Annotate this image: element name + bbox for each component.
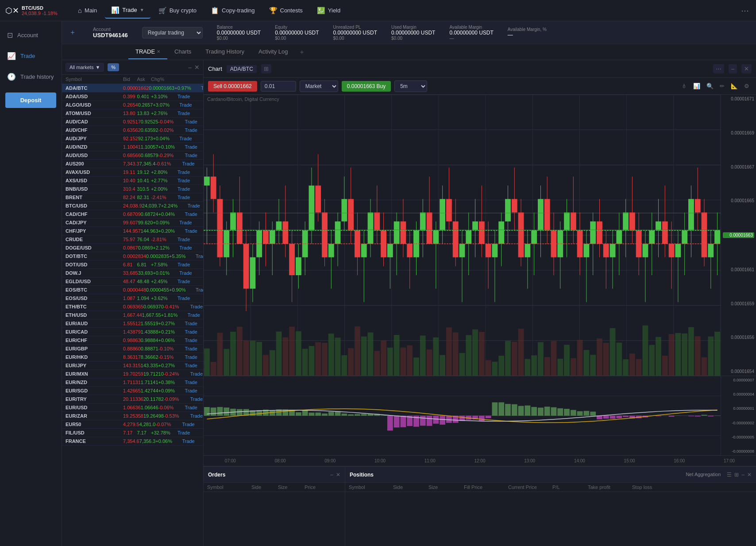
market-row[interactable]: ADA/BTC 0.00001662 0.00001663 +0.97% Tra… (62, 84, 203, 92)
trade-cell[interactable]: Trade (177, 169, 200, 175)
market-row[interactable]: FRANCE 7,354.6 7,356.3 +0.06% Trade (62, 437, 203, 446)
market-expand-button[interactable]: ✕ (194, 64, 200, 71)
trade-cell[interactable]: Trade (179, 220, 201, 225)
trade-cell[interactable]: Trade (185, 329, 203, 335)
market-row[interactable]: ATOM/USD 13.80 13.83 +2.76% Trade (62, 109, 203, 118)
market-row[interactable]: ADA/USD 0.399 0.401 +3.10% Trade (62, 92, 203, 101)
positions-grid-view[interactable]: ⊞ (734, 472, 739, 478)
market-row[interactable]: EUR/CHF 0.98863 0.98884 +0.06% Trade (62, 336, 203, 345)
positions-list-view[interactable]: ☰ (727, 472, 732, 478)
trade-cell[interactable]: Trade (185, 388, 203, 393)
trade-cell[interactable]: Trade (177, 186, 200, 192)
market-row[interactable]: AUS200 7,343.3 7,345.4 -0.61% Trade (62, 160, 203, 168)
ruler-button[interactable]: 📐 (729, 81, 740, 91)
tab-close-trade[interactable]: ✕ (157, 49, 160, 54)
tab-trade[interactable]: TRADE ✕ (128, 45, 167, 59)
indicator-button[interactable]: 📊 (691, 81, 702, 91)
market-minimize-button[interactable]: – (188, 64, 192, 71)
market-row[interactable]: EUR/MXN 19.70259 19.71210 -0.24% Trade (62, 370, 203, 378)
market-row[interactable]: DOT/USD 6.81 6.81 +7.58% Trade (62, 261, 203, 269)
market-row[interactable]: BTC/USD 24,038.9 24,039.7 +2.24% Trade (62, 202, 203, 210)
timeframe-dropdown[interactable]: 5m 1m 15m 1h (394, 81, 427, 92)
nav-main[interactable]: ⌂ Main (72, 3, 103, 19)
trade-cell[interactable]: Trade (185, 405, 203, 410)
orders-expand[interactable]: ✕ (336, 472, 340, 478)
trade-cell[interactable]: Trade (179, 136, 201, 141)
trade-cell[interactable]: Trade (177, 237, 200, 242)
market-row[interactable]: ALGO/USD 0.2654 0.2657 +3.07% Trade (62, 101, 203, 109)
trade-cell[interactable]: Trade (182, 161, 203, 166)
market-row[interactable]: AUD/USD 0.68566 0.68579 -0.29% Trade (62, 151, 203, 160)
trade-cell[interactable]: Trade (177, 279, 200, 284)
trade-cell[interactable]: Trade (185, 363, 203, 368)
market-row[interactable]: EUR/NZD 1.71131 1.71141 +0.38% Trade (62, 378, 203, 387)
trade-cell[interactable]: Trade (185, 321, 203, 326)
sidebar-item-history[interactable]: 🕐 Trade history (0, 66, 62, 87)
chart-minimize-button[interactable]: – (729, 64, 737, 73)
tab-charts[interactable]: Charts (167, 45, 198, 59)
trade-cell[interactable]: Trade (185, 380, 203, 385)
chart-icon-btn[interactable]: ⊞ (261, 64, 271, 73)
trade-cell[interactable]: Trade (177, 178, 200, 183)
trade-cell[interactable]: Trade (185, 127, 203, 133)
trade-cell[interactable]: Trade (190, 304, 203, 309)
nav-yield[interactable]: 💹 Yield (311, 3, 347, 19)
deposit-button[interactable]: Deposit (5, 92, 56, 108)
sidebar-item-account[interactable]: ⊡ Account (0, 25, 62, 46)
nav-buycrypto[interactable]: 🛒 Buy crypto (152, 3, 203, 19)
market-row[interactable]: AUD/JPY 92.152 92.173 +0.04% Trade (62, 135, 203, 143)
nav-copytrading[interactable]: 📋 Copy-trading (204, 3, 261, 19)
market-row[interactable]: EOS/USD 1.087 1.094 +3.62% Trade (62, 294, 203, 303)
trade-cell[interactable]: Trade (179, 102, 201, 108)
add-account-button[interactable]: ＋ (69, 28, 76, 37)
market-row[interactable]: EUR/GBP 0.88860 0.88871 -0.10% Trade (62, 345, 203, 353)
sidebar-item-trade[interactable]: 📈 Trade (0, 46, 62, 66)
trade-cell[interactable]: Trade (185, 346, 203, 351)
market-row[interactable]: DOGE/USD 0.0867 0.0869 +2.12% Trade (62, 244, 203, 252)
orders-minimize[interactable]: – (330, 472, 333, 478)
trade-cell[interactable]: Trade (190, 371, 203, 377)
trade-cell[interactable]: Trade (196, 254, 203, 259)
market-row[interactable]: BNB/USD 310.4 310.5 +2.00% Trade (62, 185, 203, 193)
market-row[interactable]: CAD/JPY 99.607 99.620 +0.09% Trade (62, 219, 203, 227)
market-row[interactable]: DOT/BTC 0.0002834 0.0002835 +5.35% Trade (62, 252, 203, 261)
sell-button[interactable]: Sell 0.00001662 (208, 81, 257, 92)
nav-contests[interactable]: 🏆 Contests (263, 3, 309, 19)
trade-cell[interactable]: Trade (188, 203, 203, 208)
market-row[interactable]: AUD/CHF 0.63562 0.63592 -0.02% Trade (62, 126, 203, 135)
market-row[interactable]: EUR/AUD 1.55512 1.55519 +0.27% Trade (62, 319, 203, 328)
trade-cell[interactable]: Trade (177, 262, 200, 267)
candle-type-button[interactable]: 🕯 (679, 81, 689, 91)
buy-button[interactable]: 0.00001663 Buy (342, 81, 391, 92)
positions-expand[interactable]: ✕ (747, 472, 752, 478)
tab-activity-log[interactable]: Activity Log (251, 45, 295, 59)
market-row[interactable]: EUR/HKD 8.36317 8.36662 -0.15% Trade (62, 353, 203, 361)
market-row[interactable]: EUR/JPY 143.315 143.335 +0.27% Trade (62, 361, 203, 370)
market-row[interactable]: AUD/NZD 1.10041 1.10057 +0.10% Trade (62, 143, 203, 151)
trade-cell[interactable]: Trade (182, 438, 203, 444)
market-row[interactable]: ETH/BTC 0.069365 0.069370 -0.41% Trade (62, 303, 203, 311)
market-row[interactable]: EGLD/USD 48.47 48.48 +2.45% Trade (62, 277, 203, 286)
trade-cell[interactable]: Trade (179, 270, 201, 276)
trade-cell[interactable]: Trade (188, 312, 203, 318)
market-row[interactable]: CRUDE 75.97 76.04 -2.81% Trade (62, 235, 203, 244)
order-type-dropdown[interactable]: Market Limit (300, 81, 338, 92)
trade-cell[interactable]: Trade (185, 211, 203, 217)
order-amount-input[interactable] (261, 81, 296, 92)
trade-cell[interactable]: Trade (182, 422, 203, 427)
chart-symbol-badge[interactable]: ADA/BTC (227, 65, 257, 73)
menu-dots-button[interactable]: ⋯ (739, 4, 751, 17)
trade-cell[interactable]: Trade (201, 85, 203, 91)
add-tab-button[interactable]: ＋ (295, 45, 309, 60)
tab-trading-history[interactable]: Trading History (198, 45, 251, 59)
market-row[interactable]: EUR/CAD 1.43879 1.43888 +0.21% Trade (62, 328, 203, 336)
draw-button[interactable]: ✏ (717, 81, 727, 91)
trade-cell[interactable]: Trade (185, 228, 203, 234)
trade-cell[interactable]: Trade (177, 296, 200, 301)
trade-cell[interactable]: Trade (196, 287, 203, 292)
trade-cell[interactable]: Trade (177, 195, 200, 200)
market-row[interactable]: EOS/BTC 0.0000448 0.0000455 +0.90% Trade (62, 286, 203, 294)
market-row[interactable]: BRENT 82.24 82.31 -2.41% Trade (62, 193, 203, 202)
nav-trade[interactable]: 📊 Trade ▼ (105, 3, 150, 19)
market-row[interactable]: CAD/CHF 0.68709 0.68724 +0.04% Trade (62, 210, 203, 219)
